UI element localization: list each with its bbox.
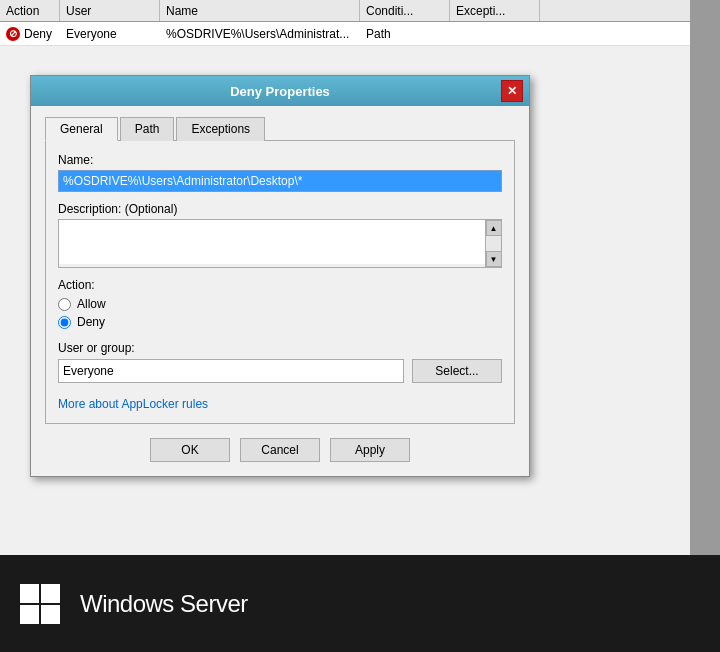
- user-row: Select...: [58, 359, 502, 383]
- user-input[interactable]: [58, 359, 404, 383]
- col-header-exception[interactable]: Excepti...: [450, 0, 540, 21]
- col-name-label: Name: [166, 4, 198, 18]
- deny-radio[interactable]: [58, 316, 71, 329]
- os-label: Windows Server: [80, 590, 248, 618]
- cell-exception: [450, 22, 540, 45]
- allow-radio-row: Allow: [58, 297, 502, 311]
- col-header-action[interactable]: Action: [0, 0, 60, 21]
- col-exception-label: Excepti...: [456, 4, 505, 18]
- windows-logo-icon: [20, 584, 60, 624]
- dialog-title: Deny Properties: [230, 84, 330, 99]
- tab-general[interactable]: General: [45, 117, 118, 141]
- tab-exceptions[interactable]: Exceptions: [176, 117, 265, 141]
- dialog-content: General Path Exceptions Name: Descriptio…: [31, 106, 529, 476]
- name-input[interactable]: [58, 170, 502, 192]
- deny-properties-dialog: Deny Properties ✕ General Path Exception…: [30, 75, 530, 477]
- taskbar: Windows Server: [0, 555, 720, 652]
- col-header-name[interactable]: Name: [160, 0, 360, 21]
- user-group-label: User or group:: [58, 341, 502, 355]
- description-label: Description: (Optional): [58, 202, 502, 216]
- dialog-titlebar: Deny Properties ✕: [31, 76, 529, 106]
- cell-action: ⊘ Deny: [0, 22, 60, 45]
- user-group: User or group: Select...: [58, 341, 502, 383]
- scroll-down-arrow[interactable]: ▼: [486, 251, 502, 267]
- allow-label: Allow: [77, 297, 106, 311]
- close-button[interactable]: ✕: [501, 80, 523, 102]
- allow-radio[interactable]: [58, 298, 71, 311]
- description-textarea[interactable]: [59, 220, 485, 264]
- dialog-buttons: OK Cancel Apply: [45, 438, 515, 462]
- table-header: Action User Name Conditi... Excepti...: [0, 0, 690, 22]
- ok-button[interactable]: OK: [150, 438, 230, 462]
- action-group: Action: Allow Deny: [58, 278, 502, 329]
- description-scrollbar[interactable]: ▲ ▼: [485, 220, 501, 267]
- action-label: Action:: [58, 278, 502, 292]
- deny-label: Deny: [77, 315, 105, 329]
- tab-path[interactable]: Path: [120, 117, 175, 141]
- cell-action-text: Deny: [24, 27, 52, 41]
- more-link[interactable]: More about AppLocker rules: [58, 397, 208, 411]
- scroll-up-arrow[interactable]: ▲: [486, 220, 502, 236]
- name-label: Name:: [58, 153, 502, 167]
- tab-bar: General Path Exceptions: [45, 116, 515, 141]
- description-area: ▲ ▼: [58, 219, 502, 268]
- select-button[interactable]: Select...: [412, 359, 502, 383]
- deny-icon: ⊘: [6, 27, 20, 41]
- col-user-label: User: [66, 4, 91, 18]
- col-header-condition[interactable]: Conditi...: [360, 0, 450, 21]
- cell-condition: Path: [360, 22, 450, 45]
- col-condition-label: Conditi...: [366, 4, 413, 18]
- right-panel: [690, 0, 720, 555]
- deny-radio-row: Deny: [58, 315, 502, 329]
- cancel-button[interactable]: Cancel: [240, 438, 320, 462]
- table-row[interactable]: ⊘ Deny Everyone %OSDRIVE%\Users\Administ…: [0, 22, 690, 46]
- col-action-label: Action: [6, 4, 39, 18]
- cell-name: %OSDRIVE%\Users\Administrat...: [160, 22, 360, 45]
- cell-user: Everyone: [60, 22, 160, 45]
- apply-button[interactable]: Apply: [330, 438, 410, 462]
- form-area: Name: Description: (Optional) ▲ ▼ Action…: [45, 141, 515, 424]
- col-header-user[interactable]: User: [60, 0, 160, 21]
